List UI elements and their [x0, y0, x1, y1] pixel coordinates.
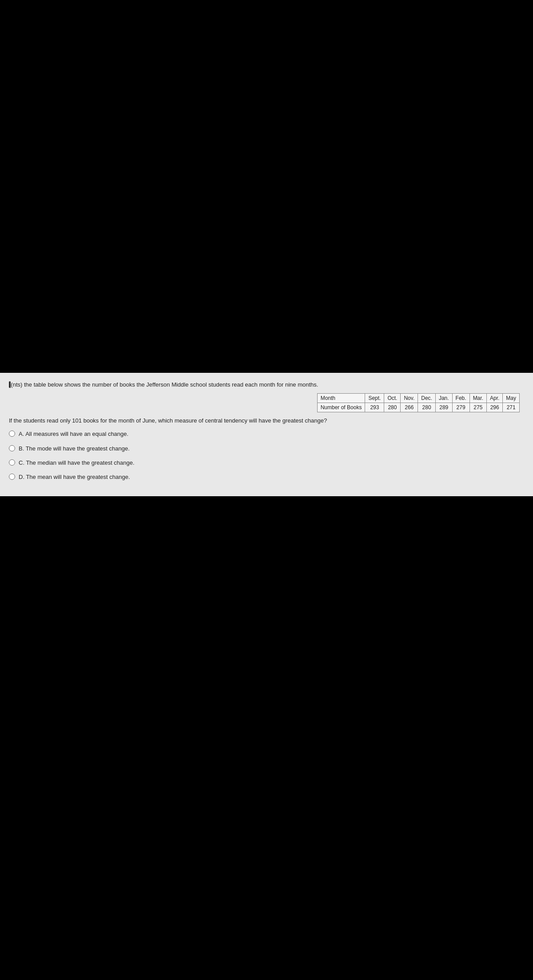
option-c-label: C. The median will have the greatest cha… — [19, 459, 135, 467]
table-data-row: Number of Books 293 280 266 280 289 279 … — [317, 403, 519, 412]
col-dec: Dec. — [418, 394, 436, 403]
val-apr: 296 — [486, 403, 502, 412]
val-jan: 289 — [435, 403, 452, 412]
option-d[interactable]: D. The mean will have the greatest chang… — [9, 473, 524, 481]
col-feb: Feb. — [452, 394, 469, 403]
month-label: Month — [317, 394, 365, 403]
radio-c[interactable] — [9, 459, 15, 466]
books-table: Month Sept. Oct. Nov. Dec. Jan. Feb. Mar… — [317, 393, 520, 412]
val-feb: 279 — [452, 403, 469, 412]
answer-options: A. All measures will have an equal chang… — [9, 430, 524, 481]
radio-a[interactable] — [9, 431, 15, 437]
question-intro: ((nts) the table below shows the number … — [9, 381, 524, 389]
radio-b[interactable] — [9, 445, 15, 451]
val-sept: 293 — [365, 403, 384, 412]
col-apr: Apr. — [486, 394, 502, 403]
table-wrapper: Month Sept. Oct. Nov. Dec. Jan. Feb. Mar… — [9, 393, 524, 412]
col-mar: Mar. — [469, 394, 486, 403]
val-oct: 280 — [384, 403, 401, 412]
val-may: 271 — [503, 403, 520, 412]
val-dec: 280 — [418, 403, 436, 412]
col-jan: Jan. — [435, 394, 452, 403]
col-sept: Sept. — [365, 394, 384, 403]
option-c[interactable]: C. The median will have the greatest cha… — [9, 459, 524, 467]
col-nov: Nov. — [401, 394, 418, 403]
col-oct: Oct. — [384, 394, 401, 403]
option-d-label: D. The mean will have the greatest chang… — [19, 473, 130, 481]
question-container: ((nts) the table below shows the number … — [0, 373, 533, 496]
col-may: May — [503, 394, 520, 403]
books-label: Number of Books — [317, 403, 365, 412]
intro-text: (nts) the table below shows the number o… — [11, 381, 318, 388]
followup-question: If the students read only 101 books for … — [9, 417, 524, 425]
val-mar: 275 — [469, 403, 486, 412]
option-b-label: B. The mode will have the greatest chang… — [19, 445, 130, 453]
option-a[interactable]: A. All measures will have an equal chang… — [9, 430, 524, 438]
table-header-row: Month Sept. Oct. Nov. Dec. Jan. Feb. Mar… — [317, 394, 519, 403]
option-a-label: A. All measures will have an equal chang… — [19, 430, 128, 438]
val-nov: 266 — [401, 403, 418, 412]
radio-d[interactable] — [9, 474, 15, 480]
option-b[interactable]: B. The mode will have the greatest chang… — [9, 445, 524, 453]
